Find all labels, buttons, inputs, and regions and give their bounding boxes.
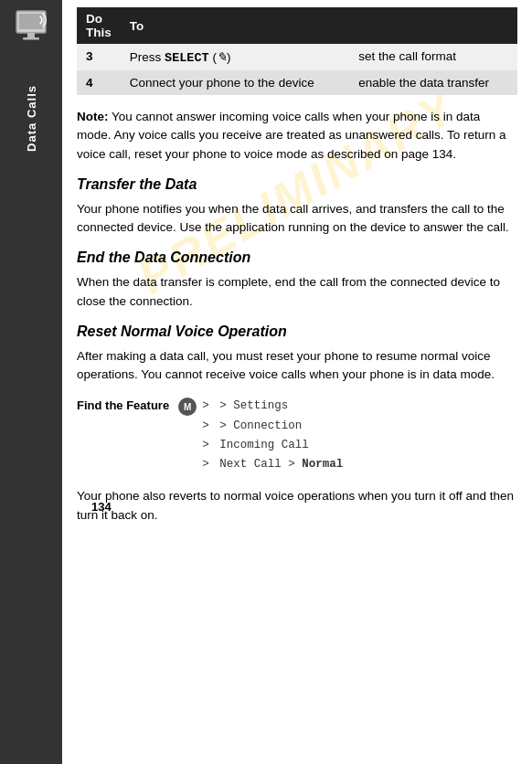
section-heading-reset: Reset Normal Voice Operation bbox=[77, 324, 517, 340]
svg-rect-1 bbox=[19, 14, 43, 29]
page-number: 134 bbox=[91, 500, 112, 514]
menu-path: > > Settings > > Connection > Incoming C… bbox=[202, 397, 343, 474]
menu-path-line-4: > Next Call > Normal bbox=[202, 455, 343, 474]
table-row: 3 Press SELECT (✎) set the call format bbox=[77, 44, 517, 70]
arrow-icon-1: > bbox=[202, 397, 209, 416]
menu-path-line-2: > > Connection bbox=[202, 417, 343, 436]
note-section: Note: You cannot answer incoming voice c… bbox=[77, 108, 517, 164]
col-header-do-this: Do This bbox=[77, 7, 121, 44]
section-para-reset: After making a data call, you must reset… bbox=[77, 347, 517, 385]
find-feature: Find the Feature M > > Settings > > Conn… bbox=[77, 397, 517, 474]
menu-path-line-1: > > Settings bbox=[202, 397, 343, 416]
row-num-4: 4 bbox=[77, 70, 121, 95]
row-action-4: Connect your phone to the device bbox=[121, 70, 350, 95]
section-para-end: When the data transfer is complete, end … bbox=[77, 273, 517, 311]
row-action-3: Press SELECT (✎) bbox=[121, 44, 350, 70]
device-icon bbox=[13, 9, 49, 56]
sidebar-label: Data Calls bbox=[25, 85, 38, 152]
svg-rect-2 bbox=[27, 33, 35, 37]
note-label: Note: bbox=[77, 110, 109, 123]
find-feature-label: Find the Feature bbox=[77, 397, 169, 412]
last-para: Your phone also reverts to normal voice … bbox=[77, 487, 517, 525]
main-content: PRELIMINARY Do This To 3 Press SELECT (✎… bbox=[62, 0, 532, 764]
row-result-4: enable the data transfer bbox=[349, 70, 517, 95]
svg-rect-3 bbox=[23, 37, 39, 40]
note-text: You cannot answer incoming voice calls w… bbox=[77, 110, 506, 161]
section-para-transfer: Your phone notifies you when the data ca… bbox=[77, 200, 517, 238]
menu-path-line-3: > Incoming Call bbox=[202, 436, 343, 455]
row-result-3: set the call format bbox=[349, 44, 517, 70]
row-num-3: 3 bbox=[77, 44, 121, 70]
menu-icon: M bbox=[178, 398, 197, 416]
sidebar: Data Calls bbox=[0, 0, 62, 764]
section-heading-end: End the Data Connection bbox=[77, 249, 517, 266]
col-header-to: To bbox=[121, 7, 517, 44]
instruction-table: Do This To 3 Press SELECT (✎) set the ca… bbox=[77, 7, 517, 95]
table-row: 4 Connect your phone to the device enabl… bbox=[77, 70, 517, 95]
arrow-icon-3: > bbox=[202, 436, 209, 455]
arrow-icon-2: > bbox=[202, 417, 209, 436]
section-heading-transfer: Transfer the Data bbox=[77, 176, 517, 193]
arrow-icon-4: > bbox=[202, 455, 209, 474]
